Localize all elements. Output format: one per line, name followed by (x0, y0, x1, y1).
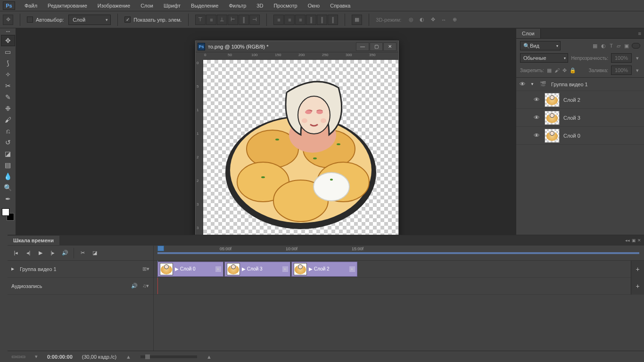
layer-name[interactable]: Слой 2 (563, 97, 580, 103)
clip-menu-icon[interactable]: ▸ (215, 266, 221, 272)
align-left-icon[interactable]: ⊢ (228, 15, 238, 25)
speaker-icon[interactable]: 🔊 (131, 283, 138, 289)
layer-thumbnail[interactable] (545, 129, 560, 143)
transition-button[interactable]: ◪ (89, 248, 100, 258)
clip-menu-icon[interactable]: ▸ (282, 266, 288, 272)
layers-tab[interactable]: Слои (516, 29, 541, 38)
work-area-bar[interactable] (157, 252, 639, 254)
menu-select[interactable]: Выделение (186, 1, 223, 10)
close-button[interactable]: ✕ (383, 42, 396, 51)
lock-paint-icon[interactable]: 🖌 (554, 67, 560, 74)
align-right-icon[interactable]: ⊣ (249, 15, 260, 25)
pen-tool[interactable]: ✒ (1, 193, 15, 205)
menu-3d[interactable]: 3D (252, 1, 268, 10)
timeline-group-header[interactable]: ▶ Группа видео 1 ⊞▾ (8, 261, 153, 278)
layer-name[interactable]: Слой 3 (563, 115, 580, 121)
history-brush-tool[interactable]: ↺ (1, 137, 15, 148)
timeline-video-track[interactable]: ▶ Слой 0 ▸ ▶ Слой 3 ▸ ▶ Слой 2 ▸ (154, 261, 644, 278)
timeline-clip[interactable]: ▶ Слой 3 ▸ (224, 262, 290, 277)
zoom-in-icon[interactable]: ▲ (206, 354, 212, 360)
timeline-audio-track[interactable] (154, 278, 644, 295)
visibility-toggle-icon[interactable]: 👁 (532, 114, 541, 121)
panel-menu-icon[interactable]: ≡ (636, 31, 644, 36)
3d-pan-icon[interactable]: ✥ (428, 15, 438, 25)
play-button[interactable]: ▶ (35, 248, 46, 258)
layer-group-row[interactable]: 👁 ▼ 🎬 Группа видео 1 (516, 78, 644, 91)
healing-brush-tool[interactable]: ❉ (1, 103, 15, 114)
filter-smart-icon[interactable]: ▣ (624, 43, 629, 49)
timeline-ruler[interactable]: 05:00f 10:00f 15:00f (154, 246, 644, 261)
magic-wand-tool[interactable]: ✧ (1, 69, 15, 80)
crop-tool[interactable]: ✂ (1, 80, 15, 91)
align-hcenter-icon[interactable]: ║ (239, 15, 249, 25)
timeline-clip[interactable]: ▶ Слой 2 ▸ (291, 262, 357, 277)
brush-tool[interactable]: 🖌 (1, 114, 15, 125)
layer-row[interactable]: 👁 Слой 3 (516, 109, 644, 127)
zoom-out-icon[interactable]: ▲ (126, 354, 131, 360)
music-icon[interactable]: ♫▾ (142, 283, 149, 289)
move-tool-icon[interactable]: ✥ (3, 15, 13, 25)
lasso-tool[interactable]: ⟆ (1, 58, 15, 69)
expand-icon[interactable]: ▼ (530, 82, 535, 86)
lock-transparency-icon[interactable]: ▦ (547, 67, 552, 74)
maximize-button[interactable]: ▢ (370, 42, 383, 51)
menu-window[interactable]: Окно (303, 1, 325, 10)
menu-type[interactable]: Шрифт (159, 1, 185, 10)
blur-tool[interactable]: 💧 (1, 171, 15, 182)
dist-bottom-icon[interactable]: ≡ (295, 15, 305, 25)
visibility-toggle-icon[interactable]: 👁 (518, 81, 527, 88)
mute-button[interactable]: 🔊 (59, 248, 71, 258)
goto-start-button[interactable]: |◂ (10, 248, 22, 258)
add-video-track-button[interactable]: + (631, 261, 644, 278)
film-icon[interactable]: ⊞▾ (142, 266, 149, 272)
visibility-toggle-icon[interactable]: 👁 (532, 96, 541, 103)
add-audio-track-button[interactable]: + (631, 278, 644, 295)
panel-close-icon[interactable]: ▣ ✕ (632, 238, 641, 243)
foreground-color-swatch[interactable] (2, 208, 9, 216)
layer-thumbnail[interactable] (545, 93, 560, 107)
dist-left-icon[interactable]: ║ (306, 15, 316, 25)
document-canvas[interactable] (203, 60, 398, 238)
opacity-value[interactable]: 100% (611, 53, 632, 63)
move-tool[interactable]: ✥ (1, 35, 15, 46)
timeline-zoom-slider[interactable] (140, 355, 197, 358)
split-clip-button[interactable]: ✂ (77, 248, 88, 258)
menu-file[interactable]: Файл (20, 1, 42, 10)
dist-vcenter-icon[interactable]: ≡ (284, 15, 295, 25)
autoselect-dropdown[interactable]: Слой (68, 15, 111, 25)
filter-type-icon[interactable]: T (610, 43, 613, 49)
dist-hcenter-icon[interactable]: ║ (317, 15, 327, 25)
align-top-icon[interactable]: ⊤ (195, 15, 206, 25)
timeline-audio-header[interactable]: Аудиозапись 🔊 ♫▾ (8, 278, 153, 295)
layer-thumbnail[interactable] (545, 111, 560, 125)
expand-icon[interactable]: ▶ (11, 267, 16, 271)
eraser-tool[interactable]: ◪ (1, 148, 15, 159)
3d-roll-icon[interactable]: ◐ (417, 15, 427, 25)
clone-stamp-tool[interactable]: ⎌ (1, 125, 15, 137)
document-window[interactable]: Ps то.png @ 100% (RGB/8) * — ▢ ✕ 0 50 10… (195, 41, 399, 239)
frame-rate[interactable]: (30,00 кадр./с) (82, 354, 116, 360)
eyedropper-tool[interactable]: ✎ (1, 91, 15, 103)
menu-layers[interactable]: Слои (136, 1, 158, 10)
filter-shape-icon[interactable]: ▱ (617, 43, 620, 49)
visibility-toggle-icon[interactable]: 👁 (532, 132, 541, 139)
panel-collapse-icon[interactable]: ◂◂ (625, 238, 630, 243)
dist-top-icon[interactable]: ≡ (273, 15, 284, 25)
lock-position-icon[interactable]: ✥ (562, 67, 567, 74)
gradient-tool[interactable]: ▤ (1, 159, 15, 171)
filter-adjust-icon[interactable]: ◐ (601, 43, 606, 49)
layer-name[interactable]: Слой 0 (563, 133, 580, 139)
menu-edit[interactable]: Редактирование (43, 1, 92, 10)
timeline-tab[interactable]: Шкала времени (8, 236, 59, 245)
3d-orbit-icon[interactable]: ◎ (406, 15, 416, 25)
layer-row[interactable]: 👁 Слой 0 (516, 127, 644, 145)
fill-value[interactable]: 100% (611, 66, 632, 75)
prev-frame-button[interactable]: ◂| (23, 248, 34, 258)
align-vcenter-icon[interactable]: ≡ (206, 15, 216, 25)
layer-row[interactable]: 👁 Слой 2 (516, 91, 644, 109)
next-frame-button[interactable]: |▸ (47, 248, 58, 258)
align-bottom-icon[interactable]: ⊥ (217, 15, 227, 25)
ruler-horizontal[interactable]: 0 50 100 150 200 250 300 350 (203, 52, 398, 60)
menu-image[interactable]: Изображение (93, 1, 135, 10)
clip-menu-icon[interactable]: ▸ (349, 266, 355, 272)
